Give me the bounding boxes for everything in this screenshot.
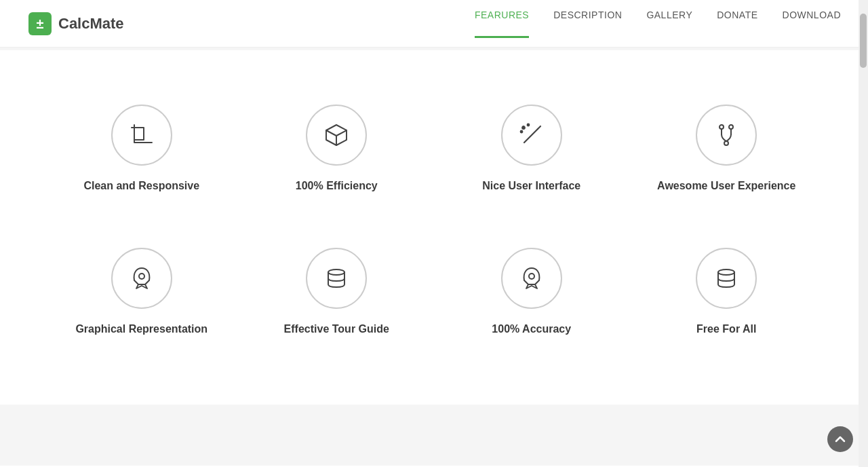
svg-point-14 [328, 269, 344, 275]
nav-underline [0, 48, 868, 50]
nav-item-donate[interactable]: DONATE [717, 9, 757, 38]
feature-icon-circle-free [696, 248, 757, 309]
box-icon [323, 122, 349, 148]
svg-point-13 [139, 274, 144, 279]
rocket-icon-2 [519, 265, 545, 291]
feature-icon-circle-tour [306, 248, 367, 309]
nav-item-download[interactable]: DOWNLOAD [783, 9, 841, 38]
svg-line-7 [538, 126, 540, 129]
svg-point-6 [520, 131, 522, 133]
feature-icon-circle-efficiency [306, 105, 367, 166]
feature-graphical: Graphical Representation [47, 234, 236, 350]
feature-label-ux: Awesome User Experience [657, 179, 795, 193]
nav-item-gallery[interactable]: GALLERY [646, 9, 692, 38]
nav-item-features[interactable]: FEARURES [475, 9, 529, 38]
nav-links: FEARURES DESCRIPTION GALLERY DONATE DOWN… [475, 9, 841, 38]
wand-icon [519, 122, 545, 148]
feature-label-free: Free For All [696, 322, 756, 337]
feature-tour: Effective Tour Guide [243, 234, 431, 350]
feature-icon-circle-accuracy [501, 248, 562, 309]
scrollbar-thumb[interactable] [860, 14, 867, 68]
database-icon-2 [713, 265, 739, 291]
svg-point-15 [529, 274, 534, 279]
feature-icon-circle-ux [696, 105, 757, 166]
main-content: Clean and Responsive 100% Efficiency [7, 50, 861, 405]
feature-icon-circle-graphical [111, 248, 172, 309]
feature-label-clean: Clean and Responsive [83, 179, 199, 193]
chevron-up-icon [834, 433, 846, 445]
feature-label-ui: Nice User Interface [482, 179, 580, 193]
brand-name: CalcMate [58, 15, 124, 33]
svg-point-16 [718, 269, 734, 275]
footer-bar [0, 405, 868, 466]
feature-ui: Nice User Interface [437, 91, 626, 207]
fork-icon [713, 122, 739, 148]
feature-efficiency: 100% Efficiency [243, 91, 431, 207]
scrollbar-track[interactable] [859, 0, 868, 466]
feature-accuracy: 100% Accuracy [437, 234, 626, 350]
logo[interactable]: ± CalcMate [27, 11, 124, 37]
features-row-1: Clean and Responsive 100% Efficiency [47, 91, 821, 207]
svg-point-4 [522, 126, 525, 129]
feature-clean-responsive: Clean and Responsive [47, 91, 236, 207]
logo-icon: ± [27, 11, 53, 37]
feature-label-accuracy: 100% Accuracy [492, 322, 571, 337]
features-row-2: Graphical Representation Effective Tour … [47, 234, 821, 350]
feature-icon-circle-clean [111, 105, 172, 166]
scroll-to-top-button[interactable] [827, 426, 853, 452]
database-icon-1 [323, 265, 349, 291]
navbar: ± CalcMate FEARURES DESCRIPTION GALLERY … [0, 0, 868, 48]
crop-icon [129, 122, 155, 148]
feature-label-efficiency: 100% Efficiency [296, 179, 378, 193]
svg-line-3 [524, 129, 538, 143]
feature-label-graphical: Graphical Representation [75, 322, 208, 337]
feature-icon-circle-ui [501, 105, 562, 166]
feature-free: Free For All [633, 234, 821, 350]
rocket-icon-1 [129, 265, 155, 291]
nav-item-description[interactable]: DESCRIPTION [553, 9, 622, 38]
svg-text:±: ± [37, 16, 44, 31]
svg-point-5 [527, 124, 529, 126]
feature-label-tour: Effective Tour Guide [284, 322, 389, 337]
feature-ux: Awesome User Experience [633, 91, 821, 207]
